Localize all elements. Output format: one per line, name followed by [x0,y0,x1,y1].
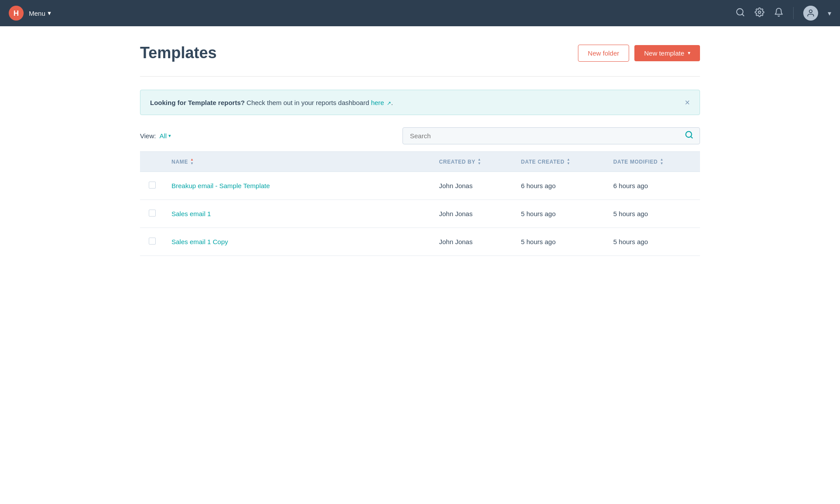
view-value: All [159,132,167,140]
menu-chevron-icon: ▾ [48,9,51,17]
row-created-by-cell: John Jonas [432,228,514,256]
table-row: Sales email 1 Copy John Jonas 5 hours ag… [140,228,700,256]
search-icon[interactable] [735,7,745,19]
new-template-button[interactable]: New template ▾ [634,45,700,61]
table-header: NAME ▲ ▼ CREATED BY ▲ ▼ [140,152,700,172]
view-label: View: [140,132,156,140]
row-checkbox-cell [140,228,164,256]
search-button[interactable] [679,130,700,141]
banner-link-text: here [371,99,384,106]
row-date-created-cell: 6 hours ago [514,172,606,200]
created-by-sort-icon: ▲ ▼ [478,158,482,165]
banner-text: Looking for Template reports? Check them… [150,99,393,106]
row-date-created-cell: 5 hours ago [514,228,606,256]
templates-table: NAME ▲ ▼ CREATED BY ▲ ▼ [140,151,700,256]
page-divider [140,76,700,77]
sort-up-icon: ▲ [478,158,482,161]
row-date-modified-cell: 5 hours ago [606,200,700,228]
table-body: Breakup email - Sample Template John Jon… [140,172,700,256]
sort-down-icon: ▼ [478,162,482,165]
date-created-sort-icon: ▲ ▼ [567,158,570,165]
svg-line-7 [691,136,693,138]
controls-row: View: All ▾ [140,127,700,144]
page-header: Templates New folder New template ▾ [140,44,700,62]
sort-down-icon: ▼ [190,162,194,165]
row-checkbox-cell [140,200,164,228]
table-row: Sales email 1 John Jonas 5 hours ago 5 h… [140,200,700,228]
row-date-modified-cell: 5 hours ago [606,228,700,256]
svg-point-5 [809,10,812,13]
user-avatar[interactable] [803,6,818,21]
table-row: Breakup email - Sample Template John Jon… [140,172,700,200]
th-date-modified: DATE MODIFIED ▲ ▼ [606,152,700,172]
search-input[interactable] [403,128,679,144]
settings-icon[interactable] [755,7,764,19]
svg-text:H: H [14,9,19,18]
row-date-modified-cell: 6 hours ago [606,172,700,200]
template-reports-banner: Looking for Template reports? Check them… [140,90,700,115]
template-name-link-2[interactable]: Sales email 1 Copy [172,238,228,245]
sort-down-icon: ▼ [660,162,664,165]
template-name-link-1[interactable]: Sales email 1 [172,210,211,217]
sort-up-icon: ▲ [567,158,570,161]
banner-bold-text: Looking for Template reports? [150,99,245,106]
name-sort-control[interactable]: NAME ▲ ▼ [172,158,194,165]
date-modified-sort-icon: ▲ ▼ [660,158,664,165]
banner-period: . [391,99,393,106]
new-template-label: New template [644,49,684,57]
date-created-sort-control[interactable]: DATE CREATED ▲ ▼ [521,158,570,165]
date-modified-sort-control[interactable]: DATE MODIFIED ▲ ▼ [613,158,664,165]
sort-up-icon: ▲ [190,158,194,161]
banner-body-text: Check them out in your reports dashboard [245,99,371,106]
menu-button[interactable]: Menu ▾ [29,9,51,17]
th-name-label: NAME [172,159,188,165]
row-checkbox-cell [140,172,164,200]
name-sort-icon: ▲ ▼ [190,158,194,165]
row-checkbox-0[interactable] [149,182,156,189]
notifications-icon[interactable] [774,7,784,19]
table-header-row: NAME ▲ ▼ CREATED BY ▲ ▼ [140,152,700,172]
th-checkbox [140,152,164,172]
header-actions: New folder New template ▾ [578,45,700,62]
row-created-by-cell: John Jonas [432,172,514,200]
svg-point-4 [758,11,761,14]
th-date-modified-label: DATE MODIFIED [613,159,658,165]
search-container [402,127,700,144]
view-dropdown-caret-icon: ▾ [168,133,171,139]
user-dropdown-chevron-icon[interactable]: ▾ [828,9,831,18]
th-date-created: DATE CREATED ▲ ▼ [514,152,606,172]
sort-down-icon: ▼ [567,162,570,165]
row-checkbox-2[interactable] [149,238,156,245]
external-link-icon: ↗ [387,100,391,106]
top-navigation: H Menu ▾ [0,0,840,26]
view-controls: View: All ▾ [140,132,171,140]
nav-divider [793,7,794,19]
new-template-caret-icon: ▾ [688,50,690,56]
th-created-by: CREATED BY ▲ ▼ [432,152,514,172]
page-title: Templates [140,44,217,62]
th-name: NAME ▲ ▼ [164,152,432,172]
sort-up-icon: ▲ [660,158,664,161]
menu-label: Menu [29,10,46,17]
view-dropdown[interactable]: All ▾ [159,132,171,140]
svg-line-3 [742,14,744,16]
template-name-link-0[interactable]: Breakup email - Sample Template [172,182,270,189]
row-name-cell: Sales email 1 Copy [164,228,432,256]
row-date-created-cell: 5 hours ago [514,200,606,228]
row-name-cell: Sales email 1 [164,200,432,228]
banner-here-link[interactable]: here ↗ [371,99,391,106]
row-created-by-cell: John Jonas [432,200,514,228]
page-container: Templates New folder New template ▾ Look… [114,26,726,273]
created-by-sort-control[interactable]: CREATED BY ▲ ▼ [439,158,481,165]
th-created-by-label: CREATED BY [439,159,475,165]
nav-right: ▾ [735,6,831,21]
search-icon [685,130,693,141]
row-checkbox-1[interactable] [149,210,156,217]
nav-left: H Menu ▾ [9,6,51,21]
th-date-created-label: DATE CREATED [521,159,564,165]
new-folder-button[interactable]: New folder [578,45,630,62]
hubspot-logo-icon[interactable]: H [9,6,24,21]
row-name-cell: Breakup email - Sample Template [164,172,432,200]
banner-close-button[interactable]: × [685,98,690,107]
